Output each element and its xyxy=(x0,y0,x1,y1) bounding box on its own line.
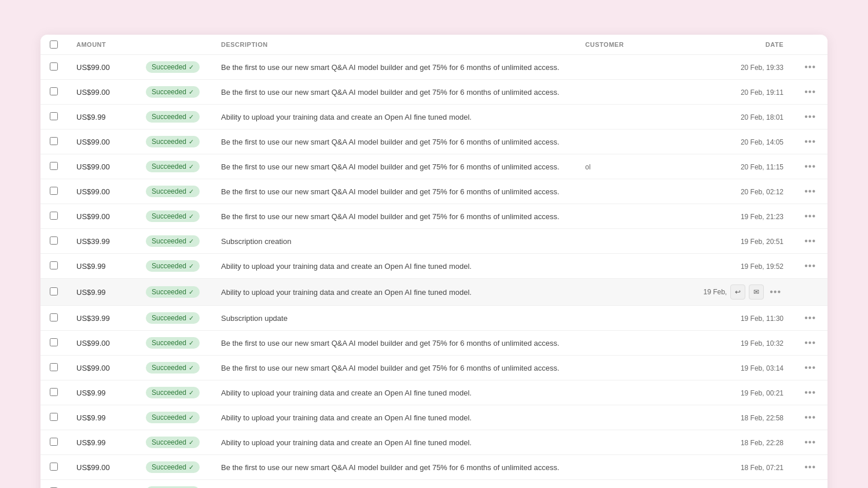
description-value: Subscription update xyxy=(221,314,288,323)
row-checkbox[interactable] xyxy=(50,338,58,346)
description-value: Be the first to use our new smart Q&A AI… xyxy=(221,339,560,347)
description-cell: Subscription update xyxy=(212,306,576,331)
actions-cell: ••• xyxy=(793,331,827,356)
more-options-button[interactable]: ••• xyxy=(802,86,818,98)
row-checkbox[interactable] xyxy=(50,413,58,421)
table-row: US$9.99 Succeeded ✓ Ability to upload yo… xyxy=(41,279,827,306)
status-cell: Succeeded ✓ xyxy=(137,130,212,154)
date-value: 20 Feb, 18:01 xyxy=(741,113,784,121)
amount-cell: US$9.99 xyxy=(67,480,137,489)
description-cell: Subscription creation xyxy=(212,229,576,254)
description-column-header: DESCRIPTION xyxy=(212,35,576,55)
table-row: US$9.99 Succeeded ✓ Ability to upload yo… xyxy=(41,105,827,130)
status-cell: Succeeded ✓ xyxy=(137,204,212,229)
date-cell: 18 Feb, 22:28 xyxy=(694,430,793,455)
amount-value: US$99.00 xyxy=(76,187,110,196)
amount-value: US$9.99 xyxy=(76,288,106,297)
reply-icon[interactable]: ↩ xyxy=(730,284,745,300)
row-checkbox[interactable] xyxy=(50,87,58,95)
description-cell: Ability to upload your training data and… xyxy=(212,480,576,489)
row-checkbox[interactable] xyxy=(50,187,58,195)
amount-cell: US$99.00 xyxy=(67,204,137,229)
customer-cell xyxy=(576,455,694,480)
customer-cell xyxy=(576,405,694,430)
status-label: Succeeded xyxy=(152,162,186,171)
more-options-button[interactable]: ••• xyxy=(802,486,818,488)
row-checkbox[interactable] xyxy=(50,112,58,120)
row-checkbox[interactable] xyxy=(50,212,58,220)
more-options-button[interactable]: ••• xyxy=(802,61,818,73)
status-cell: Succeeded ✓ xyxy=(137,480,212,489)
status-label: Succeeded xyxy=(152,364,186,372)
amount-cell: US$99.00 xyxy=(67,179,137,204)
status-label: Succeeded xyxy=(152,262,186,270)
description-cell: Be the first to use our new smart Q&A AI… xyxy=(212,331,576,356)
row-checkbox[interactable] xyxy=(50,287,58,295)
table-row: US$99.00 Succeeded ✓ Be the first to use… xyxy=(41,356,827,380)
amount-value: US$99.00 xyxy=(76,63,110,72)
table-row: US$9.99 Succeeded ✓ Ability to upload yo… xyxy=(41,380,827,405)
select-all-checkbox[interactable] xyxy=(50,40,58,49)
actions-cell: ••• xyxy=(793,480,827,489)
row-checkbox[interactable] xyxy=(50,236,58,245)
actions-cell: ••• xyxy=(793,430,827,455)
date-column-header: DATE xyxy=(694,35,793,55)
table-row: US$99.00 Succeeded ✓ Be the first to use… xyxy=(41,331,827,356)
more-options-button[interactable]: ••• xyxy=(802,386,818,399)
table-row: US$9.99 Succeeded ✓ Ability to upload yo… xyxy=(41,254,827,279)
row-checkbox[interactable] xyxy=(50,313,58,321)
more-options-button[interactable]: ••• xyxy=(802,135,818,148)
table-row: US$99.00 Succeeded ✓ Be the first to use… xyxy=(41,455,827,480)
description-value: Ability to upload your training data and… xyxy=(221,438,472,447)
row-checkbox[interactable] xyxy=(50,162,58,170)
customer-cell xyxy=(576,80,694,105)
description-value: Be the first to use our new smart Q&A AI… xyxy=(221,212,560,221)
date-cell: 18 Feb, 07:21 xyxy=(694,455,793,480)
amount-value: US$99.00 xyxy=(76,88,110,97)
more-options-button[interactable]: ••• xyxy=(802,436,818,449)
status-label: Succeeded xyxy=(152,237,186,245)
more-options-button[interactable]: ••• xyxy=(802,210,818,223)
more-options-button[interactable]: ••• xyxy=(802,337,818,349)
amount-cell: US$9.99 xyxy=(67,405,137,430)
date-value: 19 Feb, 03:14 xyxy=(741,364,784,372)
amount-value: US$9.99 xyxy=(76,438,106,447)
actions-cell: ••• xyxy=(793,405,827,430)
checkmark-icon: ✓ xyxy=(189,339,194,347)
row-checkbox[interactable] xyxy=(50,388,58,396)
select-all-header[interactable] xyxy=(41,35,67,55)
description-cell: Ability to upload your training data and… xyxy=(212,279,576,306)
date-cell: 18 Feb, 00:32 xyxy=(694,480,793,489)
more-options-button[interactable]: ••• xyxy=(802,235,818,247)
more-options-button[interactable]: ••• xyxy=(802,160,818,173)
checkmark-icon: ✓ xyxy=(189,163,194,171)
more-options-button[interactable]: ••• xyxy=(802,461,818,474)
amount-value: US$9.99 xyxy=(76,113,106,121)
row-checkbox[interactable] xyxy=(50,137,58,145)
more-options-button[interactable]: ••• xyxy=(802,411,818,424)
row-checkbox[interactable] xyxy=(50,463,58,471)
status-label: Succeeded xyxy=(152,138,186,146)
amount-value: US$9.99 xyxy=(76,262,106,271)
more-options-button[interactable]: ••• xyxy=(767,286,784,298)
status-badge: Succeeded ✓ xyxy=(146,312,200,324)
amount-cell: US$9.99 xyxy=(67,380,137,405)
table-row: US$99.00 Succeeded ✓ Be the first to use… xyxy=(41,80,827,105)
actions-cell: ••• xyxy=(793,356,827,380)
row-checkbox[interactable] xyxy=(50,261,58,269)
amount-value: US$99.00 xyxy=(76,212,110,221)
email-icon[interactable]: ✉ xyxy=(749,284,764,300)
date-cell: 20 Feb, 19:11 xyxy=(694,80,793,105)
status-cell: Succeeded ✓ xyxy=(137,405,212,430)
row-checkbox[interactable] xyxy=(50,438,58,446)
more-options-button[interactable]: ••• xyxy=(802,260,818,272)
more-options-button[interactable]: ••• xyxy=(802,361,818,374)
amount-value: US$39.99 xyxy=(76,314,110,323)
customer-cell xyxy=(576,229,694,254)
row-checkbox[interactable] xyxy=(50,62,58,71)
more-options-button[interactable]: ••• xyxy=(802,185,818,198)
row-checkbox[interactable] xyxy=(50,363,58,371)
more-options-button[interactable]: ••• xyxy=(802,110,818,123)
actions-cell: ••• xyxy=(793,204,827,229)
more-options-button[interactable]: ••• xyxy=(802,312,818,324)
